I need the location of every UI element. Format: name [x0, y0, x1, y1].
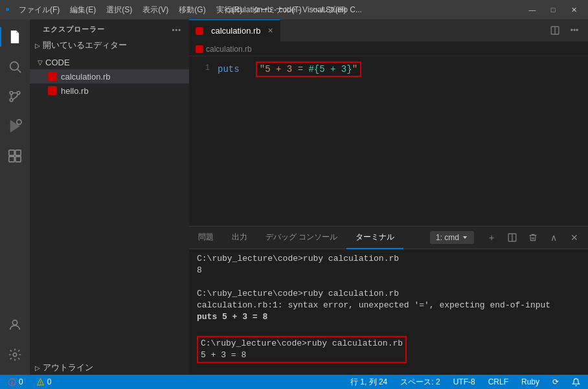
status-warnings[interactable]: 0: [34, 377, 54, 386]
menu-select[interactable]: 選択(S): [102, 3, 136, 17]
panel-tab-debug[interactable]: デバッグ コンソール: [256, 227, 346, 249]
tab-close-icon[interactable]: ✕: [267, 27, 273, 35]
file-hello-rb[interactable]: hello.rb: [30, 83, 189, 98]
line-ending-label: CRLF: [488, 377, 508, 386]
panel-tab-mondai[interactable]: 問題: [189, 227, 223, 249]
code-folder-label: CODE: [45, 58, 70, 67]
window-controls: — □ ✕: [523, 3, 583, 16]
sidebar: エクスプローラー ••• ▷ 開いているエディター ▽ CODE calcula…: [30, 19, 189, 375]
outline-section: ▷ アウトライン: [30, 361, 189, 375]
file-calculation-rb[interactable]: calculation.rb: [30, 69, 189, 83]
status-bar: 0 0 行 1, 列 24 スペース: 2 UTF-8 CRLF Ruby ⟳: [0, 375, 588, 389]
menu-go[interactable]: 移動(G): [175, 3, 209, 17]
terminal-highlight-box: C:\ruby_lecture\code>ruby calculation.rb…: [197, 336, 407, 363]
split-terminal-icon[interactable]: [504, 229, 521, 246]
run-debug-icon[interactable]: [0, 111, 30, 141]
menu-file[interactable]: ファイル(F): [15, 3, 63, 17]
status-encoding[interactable]: UTF-8: [451, 377, 478, 386]
svg-line-1: [17, 69, 21, 72]
chevron-icon: ▷: [35, 42, 40, 49]
ruby-file-icon: [48, 72, 57, 81]
position-label: 行 1, 列 24: [350, 377, 387, 388]
chevron-down-icon: ▽: [38, 59, 43, 66]
open-editors-section: ▷ 開いているエディター: [30, 37, 189, 54]
source-control-icon[interactable]: [0, 82, 30, 111]
svg-point-11: [12, 320, 17, 325]
line-number-1: 1: [189, 61, 210, 74]
svg-rect-7: [9, 150, 14, 155]
terminal-line-5: calculation.rb:1: syntax error, unexpect…: [197, 300, 580, 311]
outline-label: アウトライン: [43, 362, 93, 373]
extensions-icon[interactable]: [0, 141, 30, 171]
more-actions-icon[interactable]: •••: [172, 26, 181, 34]
tab-bar: calculation.rb ✕ •••: [189, 19, 588, 42]
kill-terminal-icon[interactable]: [525, 229, 541, 246]
code-highlight: "5 + 3 = #{5 + 3}": [256, 61, 361, 77]
terminal-line-6: puts 5 + 3 = 8: [197, 311, 580, 323]
vscode-logo: ⁍: [5, 5, 10, 15]
error-count: 0: [19, 377, 23, 386]
menu-view[interactable]: 表示(V): [139, 3, 172, 17]
status-errors[interactable]: 0: [5, 377, 26, 386]
code-editor[interactable]: 1 puts "5 + 3 = #{5 + 3}": [189, 56, 588, 226]
breadcrumb-file-icon: [196, 45, 203, 53]
tab-file-icon: [196, 27, 203, 35]
chevron-up-icon[interactable]: ∧: [545, 229, 562, 246]
tab-calculation-rb[interactable]: calculation.rb ✕: [189, 19, 280, 41]
terminal-line-9: 5 + 3 = 8: [201, 350, 403, 361]
string-end: ": [352, 64, 357, 74]
breadcrumb-filename: calculation.rb: [206, 45, 252, 54]
terminal-content[interactable]: C:\ruby_lecture\code>ruby calculation.rb…: [189, 249, 588, 375]
svg-point-0: [10, 62, 19, 71]
keyword-puts: puts: [218, 64, 240, 74]
status-bell[interactable]: [569, 378, 583, 386]
activity-bar-bottom: [0, 310, 30, 375]
sidebar-header: エクスプローラー •••: [30, 19, 189, 37]
search-icon[interactable]: [0, 52, 30, 82]
interpolation: #{5 + 3}: [308, 64, 352, 74]
outline-header[interactable]: ▷ アウトライン: [30, 361, 189, 375]
close-button[interactable]: ✕: [565, 3, 583, 16]
outline-chevron-icon: ▷: [35, 364, 40, 372]
status-spaces[interactable]: スペース: 2: [398, 377, 442, 388]
add-terminal-icon[interactable]: +: [483, 229, 500, 246]
file-name-hello: hello.rb: [61, 86, 89, 96]
code-content[interactable]: puts "5 + 3 = #{5 + 3}": [215, 56, 588, 226]
explorer-label: エクスプローラー: [43, 25, 105, 34]
maximize-button[interactable]: □: [544, 3, 562, 16]
panel-tab-actions: 1: cmd + ∧ ✕: [425, 227, 588, 249]
status-language[interactable]: Ruby: [519, 377, 542, 386]
menu-edit[interactable]: 編集(E): [66, 3, 100, 17]
code-folder-header[interactable]: ▽ CODE: [30, 55, 189, 69]
status-line-ending[interactable]: CRLF: [486, 377, 511, 386]
settings-icon[interactable]: [0, 340, 30, 370]
svg-point-3: [17, 91, 20, 94]
terminal-line-7: [197, 323, 580, 335]
explorer-icon[interactable]: [0, 22, 30, 52]
panel-tab-terminal[interactable]: ターミナル: [346, 227, 403, 249]
panel-tab-shutsuryoku[interactable]: 出力: [223, 227, 256, 249]
svg-rect-10: [16, 157, 21, 162]
terminal-select[interactable]: 1: cmd: [430, 231, 474, 244]
status-position[interactable]: 行 1, 列 24: [348, 377, 390, 388]
terminal-line-1: C:\ruby_lecture\code>ruby calculation.rb: [197, 253, 580, 265]
editor-area: calculation.rb ✕ ••• calculation.rb 1: [189, 19, 588, 375]
warning-count: 0: [47, 377, 52, 386]
svg-point-6: [17, 120, 21, 124]
sidebar-header-actions: •••: [172, 26, 181, 34]
bell-icon: [572, 378, 580, 386]
minimize-button[interactable]: —: [523, 3, 541, 16]
status-sync[interactable]: ⟳: [550, 377, 561, 386]
svg-point-21: [40, 383, 41, 384]
open-editors-header[interactable]: ▷ 開いているエディター: [30, 38, 189, 52]
svg-marker-5: [11, 121, 19, 132]
close-panel-icon[interactable]: ✕: [566, 229, 583, 246]
dropdown-arrow-icon: [462, 234, 468, 241]
account-icon[interactable]: [0, 310, 30, 340]
window-title: calculation.rb - code - Visual Studio C.…: [226, 5, 362, 14]
more-tabs-icon[interactable]: •••: [566, 22, 583, 39]
code-folder-section: ▽ CODE calculation.rb hello.rb: [30, 54, 189, 99]
svg-point-19: [12, 383, 12, 384]
language-label: Ruby: [521, 377, 539, 386]
split-editor-icon[interactable]: [547, 22, 563, 39]
